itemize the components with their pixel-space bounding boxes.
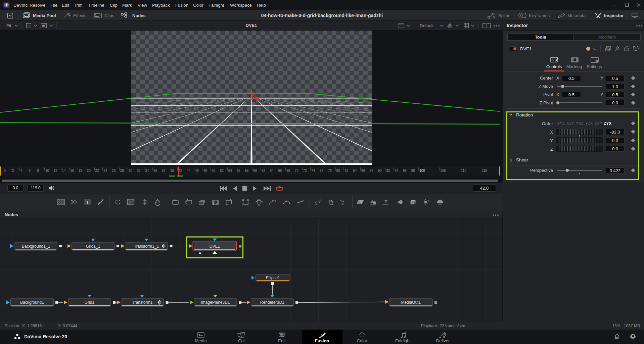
svg-text:T: T: [86, 200, 89, 205]
svg-text:DVE1: DVE1: [210, 244, 220, 249]
svg-text:Ellipse1: Ellipse1: [266, 276, 280, 280]
svg-text:Renderer3D1: Renderer3D1: [260, 300, 284, 305]
svg-text:Transform1_1: Transform1_1: [134, 244, 159, 249]
svg-text:Grid1_1: Grid1_1: [86, 244, 100, 249]
svg-text:MediaOut1: MediaOut1: [401, 300, 421, 305]
svg-text:Background1_1: Background1_1: [22, 244, 50, 249]
svg-text:Background1: Background1: [20, 300, 44, 305]
svg-text:T: T: [384, 199, 387, 204]
svg-text:Grid1: Grid1: [85, 300, 95, 305]
svg-text:ImagePlane3D1: ImagePlane3D1: [201, 300, 230, 305]
svg-text:Transform1: Transform1: [132, 300, 153, 305]
